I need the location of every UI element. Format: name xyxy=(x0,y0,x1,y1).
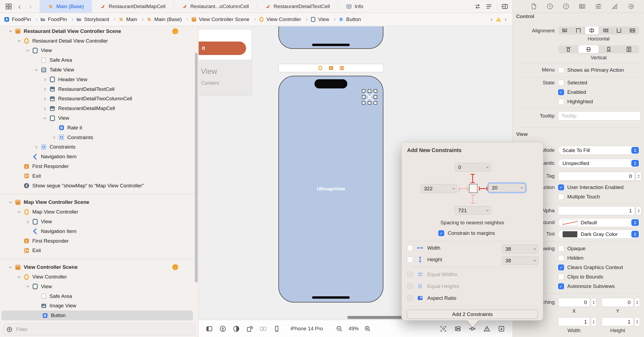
add-editor-icon[interactable] xyxy=(501,3,508,10)
layout-bar-icon[interactable] xyxy=(483,325,491,332)
clipped-scene-card[interactable]: it View Content xyxy=(199,29,252,95)
popup-stepper[interactable] xyxy=(631,160,639,167)
tint-popup[interactable]: Dark Gray Color xyxy=(558,230,640,239)
x-stepper[interactable] xyxy=(591,298,596,307)
status-bar-icon[interactable] xyxy=(233,325,240,332)
layout-bar-icon[interactable] xyxy=(454,325,461,332)
outline-row[interactable]: › Map View Controller Scene xyxy=(0,198,194,207)
outline-row[interactable]: First Responder xyxy=(0,161,194,171)
resize-handle[interactable] xyxy=(368,89,371,93)
scene-update-badge[interactable]: → xyxy=(172,264,178,270)
resize-handle[interactable] xyxy=(374,89,377,93)
stretching-width-field[interactable]: 1 xyxy=(558,317,590,326)
background-color-well[interactable] xyxy=(562,219,578,226)
outline-row[interactable]: Button xyxy=(1,311,193,320)
outline-row[interactable]: › Constraints xyxy=(0,142,194,152)
disclosure-icon[interactable]: › xyxy=(8,27,14,35)
right-spacing-dropdown[interactable]: 20 xyxy=(488,183,526,192)
inspector-tab-icon[interactable] xyxy=(595,3,602,10)
breadcrumb-item[interactable]: Storyboard › xyxy=(76,16,118,23)
breadcrumb-item[interactable]: FoodPin › xyxy=(4,16,40,23)
outline-row[interactable]: Navigation Item xyxy=(0,226,194,236)
checkbox[interactable] xyxy=(558,99,564,105)
resize-handle[interactable] xyxy=(362,101,365,105)
content-mode-popup[interactable]: Scale To Fill xyxy=(558,146,640,155)
width-checkbox[interactable] xyxy=(407,245,413,251)
resize-handle[interactable] xyxy=(368,101,371,105)
tint-color-well[interactable] xyxy=(562,231,578,238)
width-stepper[interactable] xyxy=(591,317,596,326)
status-bar-icon[interactable] xyxy=(260,325,267,332)
outline-row[interactable]: Safe Area xyxy=(0,291,194,301)
outline-row[interactable]: › Restaurant Detail View Controller xyxy=(0,36,194,46)
left-constraint-beam-inactive[interactable] xyxy=(459,188,468,190)
outline-row[interactable]: Show segue “showMap” to “Map View Contro… xyxy=(0,181,194,191)
checkbox[interactable] xyxy=(558,264,564,270)
disclosure-icon[interactable]: › xyxy=(32,144,40,150)
tag-stepper[interactable] xyxy=(636,172,641,181)
aspect-ratio-checkbox[interactable] xyxy=(407,295,413,301)
zoom-out-icon[interactable] xyxy=(336,325,343,332)
checkbox[interactable] xyxy=(558,89,564,95)
disclosure-icon[interactable]: › xyxy=(16,273,22,281)
breadcrumb-item[interactable]: Main (Base) › xyxy=(146,16,191,23)
outline-row[interactable]: › View Controller xyxy=(0,272,194,282)
editor-tab[interactable]: Restaurant...oColumnCell xyxy=(174,0,257,13)
disclosure-icon[interactable]: › xyxy=(41,96,49,102)
alignment-segment[interactable] xyxy=(578,45,598,53)
semantic-popup[interactable]: Unspecified xyxy=(558,159,640,168)
outline-row[interactable]: › RestaurantDetailMapCell xyxy=(0,104,194,113)
zoom-level[interactable]: 49% xyxy=(348,326,359,332)
scene-dock-icon[interactable] xyxy=(339,65,345,71)
resize-handle[interactable] xyxy=(362,95,365,99)
alignment-segment[interactable] xyxy=(619,45,639,53)
editor-tab[interactable]: Main (Base) xyxy=(40,0,92,13)
outline-row[interactable]: › View xyxy=(0,217,194,226)
bottom-spacing-dropdown[interactable]: 721 xyxy=(455,206,491,215)
alignment-segment[interactable] xyxy=(626,26,639,35)
outline-row[interactable]: › Map View Controller xyxy=(0,207,194,217)
breadcrumb-item[interactable]: FoodPin › xyxy=(40,16,76,23)
alpha-field[interactable]: 1 xyxy=(558,206,635,215)
outline-row[interactable]: Rate it xyxy=(0,123,194,133)
outline-row[interactable]: › View Controller Scene → xyxy=(0,262,194,272)
alignment-segment[interactable] xyxy=(599,45,619,53)
selected-button-handles[interactable] xyxy=(362,90,377,104)
status-bar-icon[interactable] xyxy=(206,325,213,332)
resize-handle[interactable] xyxy=(374,101,377,105)
outline-row[interactable]: › View xyxy=(0,46,194,56)
breadcrumb-item[interactable]: View Controller Scene › xyxy=(191,16,258,23)
outline-row[interactable]: Exit xyxy=(0,246,194,256)
checkbox[interactable] xyxy=(558,184,564,190)
checkbox[interactable] xyxy=(558,67,564,73)
inspector-tab-icon[interactable] xyxy=(579,3,586,10)
disclosure-icon[interactable]: › xyxy=(24,219,32,225)
resize-handle[interactable] xyxy=(362,89,365,93)
alignment-segment[interactable] xyxy=(585,26,598,35)
checkbox[interactable] xyxy=(558,194,564,200)
disclosure-icon[interactable]: › xyxy=(41,86,49,92)
breadcrumb-item[interactable]: Main › xyxy=(118,16,146,23)
inspector-tab-icon[interactable] xyxy=(546,3,554,10)
outline-row[interactable]: Image View xyxy=(0,301,194,311)
filter-input[interactable] xyxy=(16,326,192,333)
breadcrumb-item[interactable]: Button › xyxy=(338,16,361,22)
popup-stepper[interactable] xyxy=(631,147,639,154)
top-constraint-beam-active[interactable] xyxy=(472,174,473,183)
top-spacing-dropdown[interactable]: 0 xyxy=(455,163,491,172)
inspector-tab-icon[interactable] xyxy=(562,3,570,10)
equal-widths-checkbox[interactable] xyxy=(407,271,413,277)
y-stepper[interactable] xyxy=(635,298,640,307)
editor-tab[interactable]: RestaurantDetailTextCell xyxy=(257,0,338,13)
tab-overview-icon[interactable] xyxy=(3,0,14,13)
outline-row[interactable]: › Restaurant Detail View Controller Scen… xyxy=(0,26,194,36)
add-constraints-button[interactable]: Add 2 Constraints xyxy=(407,310,538,319)
outline-row[interactable]: › RestaurantDetailTextCell xyxy=(0,84,194,94)
scene-update-badge[interactable]: → xyxy=(172,28,178,34)
checkbox[interactable] xyxy=(558,283,564,289)
outline-row[interactable]: First Responder xyxy=(0,236,194,246)
stretching-x-field[interactable]: 0 xyxy=(558,298,590,307)
related-items-icon[interactable] xyxy=(474,3,481,10)
outline-row[interactable]: › Constraints xyxy=(0,133,194,142)
disclosure-icon[interactable]: › xyxy=(16,37,22,45)
